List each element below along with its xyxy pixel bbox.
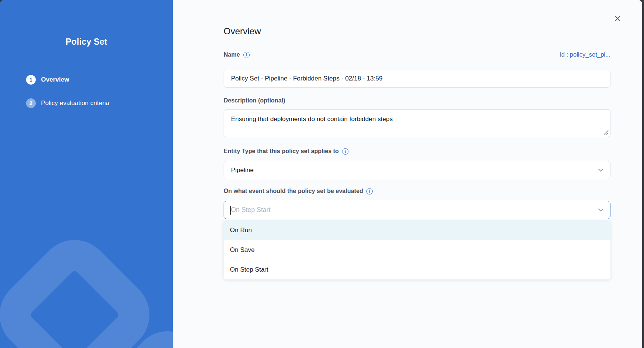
event-field-label: On what event should the policy set be e… bbox=[224, 188, 373, 194]
step-label: Overview bbox=[41, 76, 69, 83]
description-label-text: Description (optional) bbox=[224, 97, 285, 104]
event-input[interactable] bbox=[231, 206, 604, 214]
info-icon[interactable]: i bbox=[366, 188, 373, 194]
entity-type-field-label: Entity Type that this policy set applies… bbox=[224, 148, 348, 155]
info-icon[interactable]: i bbox=[342, 148, 348, 155]
wizard-sidebar: Policy Set 1 Overview 2 Policy evaluatio… bbox=[0, 0, 173, 348]
wizard-steps: 1 Overview 2 Policy evaluation criteria bbox=[26, 75, 109, 122]
description-field-label: Description (optional) bbox=[224, 97, 285, 104]
name-label-row: Name i Id : policy_set_pi... bbox=[224, 51, 610, 60]
entity-type-selected-value: Pipeline bbox=[231, 167, 254, 174]
description-field: Ensuring that deployments do not contain… bbox=[224, 109, 610, 137]
overview-panel: ✕ Overview Name i Id : policy_set_pi... bbox=[173, 0, 642, 348]
description-textarea[interactable]: Ensuring that deployments do not contain… bbox=[224, 109, 610, 137]
step-number-badge: 2 bbox=[26, 98, 36, 108]
resize-handle-icon[interactable] bbox=[603, 130, 609, 135]
event-options-menu: On Run On Save On Step Start bbox=[224, 220, 610, 279]
entity-id: Id : policy_set_pi... bbox=[559, 51, 610, 58]
info-icon[interactable]: i bbox=[243, 52, 250, 58]
chevron-down-icon bbox=[598, 208, 603, 212]
chevron-down-icon bbox=[598, 168, 603, 172]
name-field-label: Name i bbox=[224, 51, 250, 58]
menu-option-on-step-start[interactable]: On Step Start bbox=[224, 260, 610, 279]
step-number-badge: 1 bbox=[26, 75, 36, 85]
id-link[interactable]: policy_set_pi... bbox=[570, 51, 610, 58]
harness-logo-watermark bbox=[0, 225, 164, 348]
screen-backdrop: Policy Set 1 Overview 2 Policy evaluatio… bbox=[0, 0, 644, 348]
id-label: Id : bbox=[559, 51, 568, 58]
menu-option-on-save[interactable]: On Save bbox=[224, 240, 610, 260]
event-select-field[interactable] bbox=[224, 201, 610, 219]
wizard-title: Policy Set bbox=[0, 37, 173, 47]
policy-set-modal: Policy Set 1 Overview 2 Policy evaluatio… bbox=[0, 0, 642, 348]
step-item-policy-evaluation-criteria[interactable]: 2 Policy evaluation criteria bbox=[26, 98, 109, 108]
step-label: Policy evaluation criteria bbox=[41, 99, 109, 107]
overview-form: Overview Name i Id : policy_set_pi... De… bbox=[224, 0, 610, 348]
page-title: Overview bbox=[224, 26, 261, 37]
close-icon: ✕ bbox=[614, 15, 621, 23]
entity-type-label-text: Entity Type that this policy set applies… bbox=[224, 148, 339, 155]
name-label-text: Name bbox=[224, 51, 240, 58]
menu-option-on-run[interactable]: On Run bbox=[224, 220, 610, 240]
name-input[interactable] bbox=[224, 70, 610, 88]
close-button[interactable]: ✕ bbox=[612, 13, 623, 24]
entity-type-select[interactable]: Pipeline bbox=[224, 161, 610, 179]
step-item-overview[interactable]: 1 Overview bbox=[26, 75, 109, 85]
event-label-text: On what event should the policy set be e… bbox=[224, 188, 363, 194]
